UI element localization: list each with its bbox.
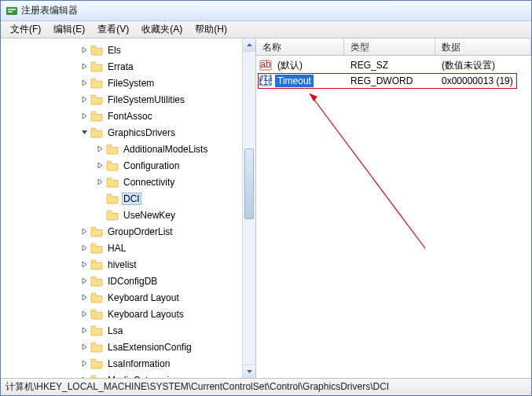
value-row[interactable]: ab(默认)REG_SZ(数值未设置) bbox=[256, 57, 531, 73]
expand-icon[interactable] bbox=[79, 227, 89, 236]
tree-item-label: Lsa bbox=[106, 324, 124, 337]
svg-marker-6 bbox=[83, 97, 86, 102]
tree-item[interactable]: Els bbox=[1, 42, 255, 58]
menu-file[interactable]: 文件(F) bbox=[4, 21, 47, 38]
folder-icon bbox=[90, 259, 103, 270]
titlebar[interactable]: 注册表编辑器 bbox=[1, 1, 531, 21]
svg-marker-20 bbox=[83, 361, 86, 366]
collapse-icon[interactable] bbox=[79, 128, 89, 138]
tree-item-label: GraphicsDrivers bbox=[106, 126, 177, 139]
tree-item[interactable]: Errata bbox=[1, 58, 255, 75]
annotation-arrow bbox=[303, 87, 429, 252]
svg-marker-5 bbox=[83, 80, 86, 86]
folder-icon bbox=[90, 226, 103, 237]
tree-item-label: HAL bbox=[106, 242, 127, 255]
tree-item[interactable]: UseNewKey bbox=[1, 207, 255, 223]
value-type: REG_DWORD bbox=[344, 75, 435, 86]
svg-rect-2 bbox=[8, 11, 13, 13]
expand-icon[interactable] bbox=[79, 359, 89, 368]
expand-icon[interactable] bbox=[79, 95, 89, 104]
tree-item-label: Errata bbox=[106, 60, 135, 73]
menu-edit[interactable]: 编辑(E) bbox=[47, 21, 91, 38]
svg-marker-13 bbox=[83, 245, 86, 251]
folder-icon bbox=[90, 78, 103, 89]
svg-marker-9 bbox=[98, 146, 102, 152]
list-header: 名称 类型 数据 bbox=[256, 38, 531, 56]
tree-item[interactable]: Keyboard Layouts bbox=[1, 306, 255, 322]
tree-item[interactable]: HAL bbox=[1, 240, 255, 256]
folder-icon bbox=[90, 94, 103, 105]
scroll-thumb[interactable] bbox=[244, 148, 254, 219]
tree-item[interactable]: LsaInformation bbox=[1, 355, 255, 372]
tree-item[interactable]: Configuration bbox=[1, 157, 255, 174]
folder-icon bbox=[90, 111, 103, 122]
svg-marker-18 bbox=[83, 328, 86, 333]
scroll-down-button[interactable] bbox=[243, 365, 255, 378]
folder-icon bbox=[90, 276, 103, 287]
folder-icon bbox=[90, 127, 103, 138]
expand-icon[interactable] bbox=[79, 376, 89, 379]
svg-marker-23 bbox=[247, 370, 252, 373]
expand-icon[interactable] bbox=[79, 244, 89, 253]
tree-item-label: GroupOrderList bbox=[106, 226, 174, 238]
tree-item[interactable]: DCI bbox=[1, 190, 255, 207]
svg-line-24 bbox=[310, 94, 425, 248]
expand-icon[interactable] bbox=[95, 178, 105, 187]
value-row[interactable]: 011110TimeoutREG_DWORD0x00000013 (19) bbox=[256, 73, 531, 89]
tree-item[interactable]: Lsa bbox=[1, 322, 255, 339]
status-path: 计算机\HKEY_LOCAL_MACHINE\SYSTEM\CurrentCon… bbox=[6, 380, 389, 394]
tree-item[interactable]: GraphicsDrivers bbox=[1, 124, 255, 141]
svg-marker-21 bbox=[83, 377, 86, 378]
tree-item[interactable]: FileSystemUtilities bbox=[1, 91, 255, 108]
folder-icon bbox=[90, 375, 103, 379]
column-type[interactable]: 类型 bbox=[344, 38, 435, 55]
expand-icon[interactable] bbox=[79, 293, 89, 302]
app-icon bbox=[6, 5, 18, 17]
expand-icon[interactable] bbox=[95, 145, 105, 154]
svg-marker-17 bbox=[83, 311, 86, 317]
folder-icon bbox=[90, 342, 103, 353]
expand-icon[interactable] bbox=[79, 343, 89, 352]
menu-favorites[interactable]: 收藏夹(A) bbox=[135, 21, 189, 38]
value-name: Timeout bbox=[275, 75, 314, 87]
menu-view[interactable]: 查看(V) bbox=[91, 21, 135, 38]
tree-scrollbar[interactable] bbox=[242, 38, 255, 378]
column-name[interactable]: 名称 bbox=[256, 38, 344, 55]
value-list-pane[interactable]: 名称 类型 数据 ab(默认)REG_SZ(数值未设置)011110Timeou… bbox=[256, 38, 531, 378]
registry-tree[interactable]: ElsErrataFileSystemFileSystemUtilitiesFo… bbox=[1, 38, 255, 378]
tree-item-label: LsaExtensionConfig bbox=[106, 341, 193, 354]
tree-item[interactable]: MediaCategories bbox=[1, 372, 255, 378]
tree-item[interactable]: FileSystem bbox=[1, 75, 255, 91]
svg-marker-11 bbox=[98, 179, 102, 185]
binary-value-icon: 011110 bbox=[259, 75, 272, 87]
svg-marker-19 bbox=[83, 344, 86, 350]
svg-marker-8 bbox=[82, 130, 87, 134]
expand-icon[interactable] bbox=[79, 277, 89, 286]
column-data[interactable]: 数据 bbox=[435, 38, 531, 55]
tree-pane[interactable]: ElsErrataFileSystemFileSystemUtilitiesFo… bbox=[1, 38, 256, 378]
menu-help[interactable]: 帮助(H) bbox=[189, 21, 233, 38]
expand-icon[interactable] bbox=[79, 260, 89, 270]
expand-icon[interactable] bbox=[79, 326, 89, 336]
value-type: REG_SZ bbox=[344, 60, 435, 71]
tree-item[interactable]: Connectivity bbox=[1, 174, 255, 190]
tree-item[interactable]: FontAssoc bbox=[1, 108, 255, 124]
expand-icon[interactable] bbox=[95, 161, 105, 170]
scroll-up-button[interactable] bbox=[243, 38, 255, 52]
tree-item-label: DCI bbox=[122, 192, 141, 205]
tree-item[interactable]: AdditionalModeLists bbox=[1, 141, 255, 157]
tree-item[interactable]: IDConfigDB bbox=[1, 273, 255, 289]
tree-item[interactable]: LsaExtensionConfig bbox=[1, 339, 255, 355]
folder-icon bbox=[90, 243, 103, 254]
expand-icon[interactable] bbox=[79, 310, 89, 319]
string-value-icon: ab bbox=[259, 59, 272, 72]
tree-item[interactable]: hivelist bbox=[1, 256, 255, 273]
expand-icon[interactable] bbox=[79, 62, 89, 72]
expand-icon[interactable] bbox=[79, 46, 89, 55]
tree-item[interactable]: Keyboard Layout bbox=[1, 289, 255, 306]
expand-icon[interactable] bbox=[79, 112, 89, 121]
tree-item[interactable]: GroupOrderList bbox=[1, 223, 255, 240]
tree-item-label: IDConfigDB bbox=[106, 275, 159, 288]
list-body[interactable]: ab(默认)REG_SZ(数值未设置)011110TimeoutREG_DWOR… bbox=[256, 56, 531, 378]
expand-icon[interactable] bbox=[79, 79, 89, 88]
